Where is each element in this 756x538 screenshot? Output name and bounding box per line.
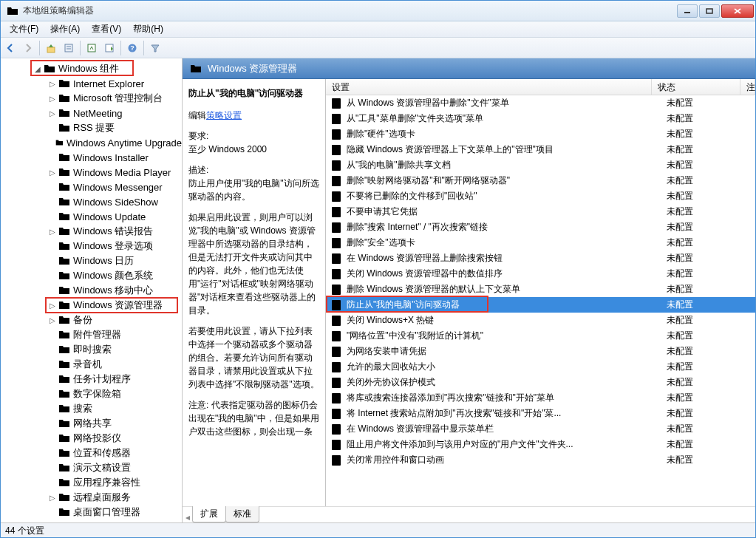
minimize-button[interactable] <box>677 4 698 18</box>
expand-arrow-icon[interactable] <box>48 154 57 162</box>
tree-node[interactable]: 搜索 <box>45 401 182 416</box>
expand-arrow-icon[interactable]: ▷ <box>48 109 57 118</box>
expand-arrow-icon[interactable] <box>48 420 57 428</box>
nav-back-button[interactable] <box>2 40 18 56</box>
expand-arrow-icon[interactable] <box>48 346 57 354</box>
policy-row[interactable]: 将 Internet 搜索站点附加到"再次搜索"链接和"开始"菜...未配置 <box>326 406 755 421</box>
tree-node[interactable]: Windows Update <box>45 209 182 224</box>
tree-node[interactable]: 录音机 <box>45 357 182 372</box>
expand-arrow-icon[interactable] <box>48 198 57 206</box>
refresh-button[interactable] <box>84 40 100 56</box>
export-button[interactable] <box>101 40 118 56</box>
policy-row[interactable]: 在 Windows 资源管理器上删除搜索按钮未配置 <box>326 251 755 266</box>
expand-arrow-icon[interactable] <box>48 390 57 398</box>
tree-node[interactable]: 演示文稿设置 <box>45 460 182 475</box>
policy-row[interactable]: 删除"硬件"选项卡未配置 <box>326 126 755 142</box>
policy-row[interactable]: 删除"搜索 Internet" / "再次搜索"链接未配置 <box>326 219 755 235</box>
expand-arrow-icon[interactable]: ▷ <box>48 316 57 324</box>
policy-row[interactable]: 删除"安全"选项卡未配置 <box>326 235 755 251</box>
tree-node[interactable]: Windows Installer <box>45 150 182 165</box>
policy-row[interactable]: 关闭外壳协议保护模式未配置 <box>326 375 755 390</box>
tree-node[interactable]: Windows SideShow <box>45 194 182 209</box>
tree-node[interactable]: 附件管理器 <box>45 327 182 342</box>
menu-view[interactable]: 查看(V) <box>86 21 127 37</box>
expand-arrow-icon[interactable]: ▷ <box>48 168 57 177</box>
tree-panel[interactable]: ◢Windows 组件▷Internet Explorer▷Microsoft … <box>1 58 183 522</box>
policy-row[interactable]: 在 Windows 资源管理器中显示菜单栏未配置 <box>326 421 755 437</box>
col-status[interactable]: 状态 <box>652 79 740 95</box>
policy-row[interactable]: 不要申请其它凭据未配置 <box>326 204 755 219</box>
tree-node[interactable]: Windows 登录选项 <box>45 239 182 253</box>
nav-forward-button[interactable] <box>20 40 36 56</box>
tree-node[interactable]: 数字保险箱 <box>45 387 182 401</box>
expand-arrow-icon[interactable] <box>48 272 57 280</box>
tab-extended[interactable]: 扩展 <box>192 506 226 522</box>
close-button[interactable] <box>721 4 754 18</box>
help-button[interactable]: ? <box>124 40 140 56</box>
tree-node-root[interactable]: ◢Windows 组件 <box>30 61 182 76</box>
expand-arrow-icon[interactable] <box>48 405 57 413</box>
policy-row[interactable]: 防止从"我的电脑"访问驱动器未配置 <box>326 297 755 313</box>
tree-node[interactable]: 即时搜索 <box>45 342 182 357</box>
policy-row[interactable]: 关闭 Windows+X 热键未配置 <box>326 313 755 328</box>
tree-node[interactable]: ▷Internet Explorer <box>45 76 182 91</box>
menu-help[interactable]: 帮助(H) <box>127 21 169 37</box>
expand-arrow-icon[interactable] <box>48 183 57 191</box>
tree-node[interactable]: 应用程序兼容性 <box>45 475 182 490</box>
tree-node[interactable]: ▷Windows 错误报告 <box>45 224 182 239</box>
tree-node[interactable]: 网络共享 <box>45 416 182 431</box>
up-level-button[interactable] <box>43 40 59 56</box>
policy-row[interactable]: 删除 Windows 资源管理器的默认上下文菜单未配置 <box>326 282 755 297</box>
tree-node[interactable]: 桌面窗口管理器 <box>45 505 182 520</box>
tree-node[interactable]: Windows 日历 <box>45 253 182 268</box>
tree-node[interactable]: Windows Anytime Upgrade <box>45 135 182 150</box>
policy-row[interactable]: 关闭常用控件和窗口动画未配置 <box>326 452 755 468</box>
filter-button[interactable] <box>147 40 163 56</box>
expand-arrow-icon[interactable]: ▷ <box>48 228 57 236</box>
expand-arrow-icon[interactable] <box>48 375 57 384</box>
policy-row[interactable]: 阻止用户将文件添加到与该用户对应的"用户文件"文件夹...未配置 <box>326 437 755 452</box>
expand-arrow-icon[interactable] <box>48 464 57 472</box>
expand-arrow-icon[interactable]: ▷ <box>48 95 57 103</box>
expand-arrow-icon[interactable] <box>48 331 57 339</box>
policy-row[interactable]: 删除"映射网络驱动器"和"断开网络驱动器"未配置 <box>326 173 755 188</box>
tree-node[interactable]: ▷Microsoft 管理控制台 <box>45 91 182 106</box>
tree-node[interactable]: ▷远程桌面服务 <box>45 490 182 505</box>
expand-arrow-icon[interactable] <box>48 449 57 457</box>
expand-arrow-icon[interactable] <box>48 361 57 369</box>
tree-node[interactable]: RSS 提要 <box>45 120 182 135</box>
tree-node[interactable]: 网络投影仪 <box>45 431 182 446</box>
policy-list[interactable]: 从 Windows 资源管理器中删除"文件"菜单未配置从"工具"菜单删除"文件夹… <box>326 95 755 506</box>
menu-file[interactable]: 文件(F) <box>4 21 44 37</box>
expand-arrow-icon[interactable] <box>48 435 57 443</box>
menu-action[interactable]: 操作(A) <box>44 21 86 37</box>
policy-row[interactable]: "网络位置"中没有"我附近的计算机"未配置 <box>326 328 755 344</box>
tree-node[interactable]: Windows Messenger <box>45 180 182 194</box>
policy-row[interactable]: 隐藏 Windows 资源管理器上下文菜单上的"管理"项目未配置 <box>326 142 755 157</box>
tree-node[interactable]: 位置和传感器 <box>45 446 182 460</box>
expand-arrow-icon[interactable] <box>48 287 57 295</box>
policy-row[interactable]: 将库或搜索连接器添加到"再次搜索"链接和"开始"菜单未配置 <box>326 390 755 406</box>
expand-arrow-icon[interactable]: ▷ <box>48 302 57 310</box>
tree-node[interactable]: ▷NetMeeting <box>45 106 182 120</box>
policy-row[interactable]: 允许的最大回收站大小未配置 <box>326 359 755 375</box>
expand-arrow-icon[interactable]: ▷ <box>48 80 57 88</box>
expand-arrow-icon[interactable] <box>48 242 57 251</box>
tree-node[interactable]: Windows 颜色系统 <box>45 268 182 283</box>
expand-arrow-icon[interactable] <box>48 508 57 517</box>
tree-node[interactable]: ▷Windows 资源管理器 <box>45 298 182 313</box>
tree-node[interactable]: ▷Windows Media Player <box>45 165 182 180</box>
expand-arrow-icon[interactable]: ▷ <box>48 494 57 502</box>
properties-button[interactable] <box>61 40 77 56</box>
tree-node[interactable]: ▷备份 <box>45 313 182 327</box>
expand-arrow-icon[interactable] <box>48 479 57 487</box>
col-extra[interactable]: 注 <box>740 79 755 95</box>
expand-arrow-icon[interactable] <box>48 257 57 265</box>
tab-standard[interactable]: 标准 <box>225 506 259 522</box>
tree-node[interactable]: 任务计划程序 <box>45 372 182 387</box>
edit-policy-link[interactable]: 策略设置 <box>206 110 242 120</box>
expand-arrow-icon[interactable] <box>48 124 57 132</box>
policy-row[interactable]: 从"工具"菜单删除"文件夹选项"菜单未配置 <box>326 111 755 126</box>
tree-node[interactable]: Windows 移动中心 <box>45 283 182 298</box>
col-setting[interactable]: 设置 <box>326 79 652 95</box>
